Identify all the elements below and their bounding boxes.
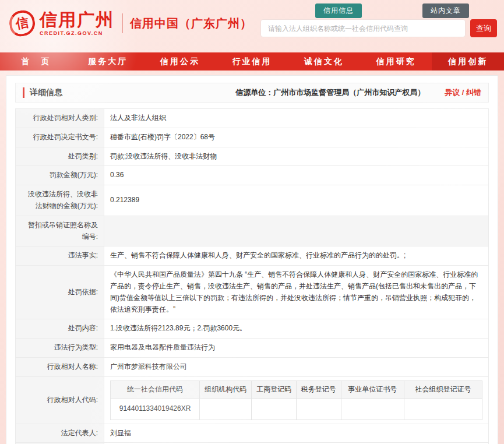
field-label: 法定代表人: (16, 424, 104, 443)
table-row: 行政处罚相对人类别: 法人及非法人组织 (16, 109, 489, 128)
field-value: 0.212389 (104, 185, 489, 216)
logo-text-block: 信用广州 CREDIT.GZ.GOV.CN (40, 11, 114, 36)
code-header: 统一社会信用代码 (111, 380, 200, 399)
field-value: 刘显福 (104, 424, 489, 443)
nav-item-home[interactable]: 首 页 (0, 52, 72, 71)
code-cell-empty (404, 399, 482, 420)
table-row: 处罚类别: 罚款;没收违法所得、没收非法财物 (16, 147, 489, 166)
logo-glyph: 信 (15, 13, 30, 33)
logo-title: 信用广州 (40, 11, 114, 29)
party-code-table: 统一社会信用代码 组织机构代码 工商登记码 税务登记号 事业单位证书号 社会组织… (110, 380, 482, 420)
field-value: 法人及非法人组织 (104, 109, 489, 128)
page-title: 详细信息 (23, 87, 62, 98)
field-label: 暂扣或吊销证照名称及编号: (16, 216, 104, 246)
field-label: 违法事实: (16, 246, 104, 266)
field-label: 违法行为类型: (16, 339, 104, 358)
unified-social-credit-code: 9144011334019426XR (111, 399, 200, 420)
table-row: 暂扣或吊销证照名称及编号: (16, 216, 489, 246)
field-label: 处罚类别: (16, 147, 104, 166)
field-label: 没收违法所得、没收非法财物的金额(万元): (16, 185, 104, 216)
field-value (104, 216, 489, 246)
field-value: 0.36 (104, 166, 489, 185)
field-label: 行政相对人名称: (16, 357, 104, 376)
table-row: 没收违法所得、没收非法财物的金额(万元): 0.212389 (16, 185, 489, 216)
main-nav: 首 页 服务大厅 信用公示 行业信用 诚信文化 信用研究 信用创新 (0, 52, 504, 71)
field-value: 1.没收违法所得2123.89元；2.罚款3600元。 (104, 319, 489, 339)
code-table-header-row: 统一社会信用代码 组织机构代码 工商登记码 税务登记号 事业单位证书号 社会组织… (111, 380, 482, 399)
nav-item-service-hall[interactable]: 服务大厅 (72, 52, 144, 71)
table-row: 法定代表人: 刘显福 (16, 424, 489, 443)
penalty-info-table: 行政处罚相对人类别: 法人及非法人组织 行政处罚决定书文号: 穗番市监(石楼)罚… (15, 108, 489, 444)
field-label: 处罚内容: (16, 319, 104, 339)
field-label: 行政处罚决定书文号: (16, 128, 104, 147)
field-value: 家用电器及电器配件质量违法行为 (104, 339, 489, 358)
field-value: 穗番市监(石楼)罚字〔2022〕68号 (104, 128, 489, 147)
table-row: 处罚依据: 《中华人民共和国产品质量法》第四十九条 “生产、销售不符合保障人体健… (16, 266, 489, 319)
site-logo: 信 信用广州 CREDIT.GZ.GOV.CN 信用中国（广东广州） (9, 10, 252, 36)
site-articles-button[interactable]: 站内文章 (422, 3, 469, 18)
credit-info-button[interactable]: 信用信息 (315, 3, 362, 18)
nav-item-credit-publicity[interactable]: 信用公示 (144, 52, 216, 71)
nav-item-credit-research[interactable]: 信用研究 (360, 52, 432, 71)
field-value: 统一社会信用代码 组织机构代码 工商登记码 税务登记号 事业单位证书号 社会组织… (104, 376, 489, 424)
code-header: 工商登记码 (252, 380, 297, 399)
field-value: 广州市梦派科技有限公司 (104, 357, 489, 376)
logo-brush-icon: 信 (8, 9, 37, 38)
code-cell-empty (296, 399, 341, 420)
field-label: 行政处罚相对人类别: (16, 109, 104, 128)
nav-item-credit-innovation[interactable]: 信用创新 (432, 52, 504, 71)
table-row: 违法事实: 生产、销售不符合保障人体健康和人身、财产安全的国家标准、行业标准的产… (16, 246, 489, 266)
header-quick-buttons: 信用信息 站内文章 (315, 3, 469, 18)
table-row: 行政处罚决定书文号: 穗番市监(石楼)罚字〔2022〕68号 (16, 128, 489, 147)
code-header: 事业单位证书号 (341, 380, 404, 399)
code-table-value-row: 9144011334019426XR (111, 399, 482, 420)
page-header: 信 信用广州 CREDIT.GZ.GOV.CN 信用中国（广东广州） 信用信息 … (0, 0, 504, 52)
field-label: 处罚依据: (16, 266, 104, 319)
nav-item-industry-credit[interactable]: 行业信用 (216, 52, 288, 71)
search-bar: 查询 (260, 19, 497, 37)
code-header: 社会组织登记证号 (404, 380, 482, 399)
detail-header: 详细信息 信源单位：广州市市场监督管理局（广州市知识产权局） 异议 / 纠错 (15, 83, 489, 103)
table-row: 违法行为类型: 家用电器及电器配件质量违法行为 (16, 339, 489, 358)
field-label: 行政相对人代码: (16, 376, 104, 424)
site-title: 信用中国（广东广州） (130, 16, 252, 31)
search-input[interactable] (260, 19, 466, 37)
field-value: 《中华人民共和国产品质量法》第四十九条 “生产、销售不符合保障人体健康和人身、财… (104, 266, 489, 319)
code-header: 税务登记号 (296, 380, 341, 399)
field-value: 生产、销售不符合保障人体健康和人身、财产安全的国家标准、行业标准的产品行为的的处… (104, 246, 489, 266)
table-row: 行政相对人名称: 广州市梦派科技有限公司 (16, 357, 489, 376)
logo-subtitle: CREDIT.GZ.GOV.CN (40, 31, 114, 36)
code-header: 组织机构代码 (200, 380, 252, 399)
detail-card: 详细信息 信源单位：广州市市场监督管理局（广州市知识产权局） 异议 / 纠错 行… (6, 75, 498, 444)
field-value: 罚款;没收违法所得、没收非法财物 (104, 147, 489, 166)
logo-divider (122, 13, 123, 33)
code-cell-empty (252, 399, 297, 420)
nav-item-integrity-culture[interactable]: 诚信文化 (288, 52, 360, 71)
source-unit-label: 信源单位：广州市市场监督管理局（广州市知识产权局） (235, 87, 425, 98)
table-row: 处罚内容: 1.没收违法所得2123.89元；2.罚款3600元。 (16, 319, 489, 339)
table-row-party-codes: 行政相对人代码: 统一社会信用代码 组织机构代码 工商登记码 税务登记号 事业单… (16, 376, 489, 424)
code-cell-empty (200, 399, 252, 420)
code-cell-empty (341, 399, 404, 420)
field-label: 罚款金额(万元): (16, 166, 104, 185)
dispute-correction-link[interactable]: 异议 / 纠错 (445, 87, 481, 98)
table-row: 罚款金额(万元): 0.36 (16, 166, 489, 185)
search-button[interactable]: 查询 (470, 19, 497, 37)
